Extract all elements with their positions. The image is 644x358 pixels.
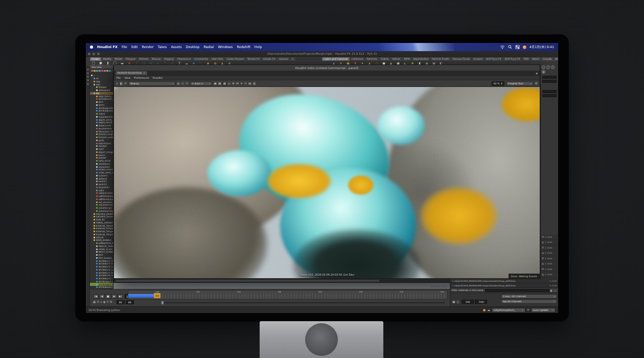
- renderview-window-title[interactable]: Houdini Indie Limited-Commercial - panel…: [114, 65, 540, 71]
- desktop-tool-icon[interactable]: [87, 76, 89, 78]
- shelf-tab[interactable]: FEM: [522, 57, 530, 61]
- shelf-tab[interactable]: Volume: [278, 57, 290, 61]
- shelf-tab[interactable]: Guide Process: [225, 57, 245, 61]
- help-icon[interactable]: ?: [551, 65, 555, 69]
- menubar-menu-item[interactable]: Takes: [158, 45, 167, 49]
- shelf-tab[interactable]: Particle Fluids: [430, 57, 450, 61]
- auto-update-dropdown[interactable]: Auto Update⇕: [531, 308, 556, 312]
- tree-toolbar-icon[interactable]: [104, 70, 106, 72]
- focus-picker-icon[interactable]: ◎: [228, 82, 231, 85]
- grid-icon[interactable]: ▦: [218, 82, 221, 85]
- shelf-tab[interactable]: Texture: [150, 57, 163, 61]
- timeline[interactable]: 100120140160180200220240 102: [128, 290, 448, 300]
- child-count-row[interactable]: 1 child: [541, 240, 558, 245]
- shelf-tab[interactable]: Deform: [137, 57, 150, 61]
- shelf-tab[interactable]: MPM: [402, 57, 411, 61]
- shelf-tab[interactable]: Grains: [379, 57, 390, 61]
- renderview-menu-item[interactable]: File: [117, 76, 121, 79]
- ab-compare-icon[interactable]: ◧: [120, 82, 123, 85]
- playback-range-bar[interactable]: [128, 294, 157, 298]
- menubar-menu-item[interactable]: Redshift: [237, 45, 250, 49]
- context-dropdown[interactable]: /obj/Atmospheric_⇕: [492, 308, 525, 312]
- menubar-menu-item[interactable]: Desktop: [186, 45, 200, 49]
- shelf-tab[interactable]: Simple FX: [262, 57, 277, 61]
- range-slider[interactable]: [162, 302, 445, 303]
- tree-toolbar-icon[interactable]: [101, 70, 103, 72]
- tree-pane-tab[interactable]: Tree View: [90, 65, 113, 69]
- shelf-tab[interactable]: +: [290, 57, 295, 61]
- shelf-tab[interactable]: Rigging: [163, 57, 175, 61]
- child-count-row[interactable]: 1 child: [541, 267, 558, 273]
- wifi-icon[interactable]: [500, 45, 505, 49]
- menubar-menu-item[interactable]: Edit: [131, 45, 138, 49]
- menubar-menu-item[interactable]: Help: [255, 45, 262, 49]
- renderview-menu-item[interactable]: View: [124, 76, 130, 79]
- refresh-icon[interactable]: ⟳: [527, 308, 530, 311]
- cloud-icon[interactable]: ☁: [487, 308, 490, 311]
- siri-icon[interactable]: [523, 46, 526, 49]
- shelf-tab[interactable]: Wires: [531, 57, 540, 61]
- menubar-app-name[interactable]: Houdini FX: [97, 45, 118, 49]
- shelf-tab[interactable]: DOP Pyro FX: [503, 57, 521, 61]
- shelf-tab[interactable]: Vellum: [390, 57, 402, 61]
- shelf-tab[interactable]: Crowds: [541, 57, 554, 61]
- snapshot-folder-icon[interactable]: ▱: [116, 82, 119, 85]
- parameter-field[interactable]: [542, 80, 557, 83]
- desktop-tool-icon[interactable]: [87, 72, 89, 74]
- pixel-probe-icon[interactable]: ⊕: [232, 82, 235, 85]
- desktop-tool-icon[interactable]: [87, 69, 89, 71]
- material-row[interactable]: + /obj/CACHED_MAINSHAPE/vequickshade2/sh…: [450, 283, 558, 288]
- tree-toolbar-icon[interactable]: [109, 70, 111, 72]
- transport-button[interactable]: ▶: [111, 294, 117, 299]
- menubar-menu-item[interactable]: File: [122, 45, 127, 49]
- lock-icon[interactable]: ▣: [214, 82, 217, 85]
- renderview-menu-item[interactable]: Houdini: [153, 76, 163, 79]
- playbar-option-icon[interactable]: ⊞: [110, 301, 112, 304]
- circle-icon[interactable]: ○: [554, 289, 557, 292]
- aov-dropdown[interactable]: Beauty▾: [128, 81, 175, 86]
- size-dropdown[interactable]: Original Size▾: [506, 81, 534, 86]
- material-filter-input[interactable]: [485, 289, 549, 292]
- transport-button[interactable]: ■: [105, 294, 111, 299]
- shelf-tab[interactable]: Create: [90, 57, 101, 61]
- background-swatch[interactable]: [223, 82, 226, 85]
- material-row[interactable]: + /obj/CACHED_MAINSHAPE/vequickshade1/sh…: [450, 279, 558, 283]
- pan-zoom-icon[interactable]: ⊙: [244, 82, 247, 85]
- range-start-field[interactable]: 88: [117, 300, 125, 304]
- transport-button[interactable]: ◀: [99, 294, 105, 299]
- shelf-tab[interactable]: Model: [113, 57, 124, 61]
- camera-icon[interactable]: ◉: [542, 70, 545, 74]
- search-icon[interactable]: [508, 45, 512, 49]
- playbar-option-icon[interactable]: ☰: [97, 301, 99, 304]
- shelf-tab[interactable]: Constraints: [193, 57, 210, 61]
- parameter-field[interactable]: [542, 76, 557, 79]
- child-count-row[interactable]: 1 child: [541, 251, 558, 256]
- crop-region-icon[interactable]: ⊡: [186, 82, 188, 85]
- desktop-tool-icon[interactable]: [87, 79, 89, 81]
- parameter-field[interactable]: [542, 94, 557, 97]
- magnify-icon[interactable]: ⌕: [542, 65, 545, 69]
- range-slider-handle[interactable]: [162, 301, 164, 304]
- info-icon[interactable]: i: [546, 65, 550, 69]
- global-range-field[interactable]: 240: [462, 300, 474, 304]
- shelf-tab[interactable]: Hair Utils: [210, 57, 224, 61]
- playhead[interactable]: 102: [154, 293, 160, 298]
- shelf-tab[interactable]: Rigid Bodies: [412, 57, 430, 61]
- shelf-tab[interactable]: Lights and Cameras: [322, 57, 350, 61]
- child-count-row[interactable]: 1 child: [541, 235, 558, 240]
- tree-node-row[interactable]: attribdelete1: [90, 286, 113, 289]
- tree-toolbar-icon[interactable]: [94, 70, 96, 72]
- playbar-option-icon[interactable]: ⌂: [100, 301, 102, 304]
- child-count-row[interactable]: 1 child: [541, 245, 558, 251]
- transport-button[interactable]: |◀: [93, 294, 99, 299]
- apple-logo-icon[interactable]: [90, 46, 93, 49]
- loop-icon[interactable]: ⟳: [106, 301, 109, 304]
- transport-button[interactable]: ▶|: [118, 294, 123, 299]
- layers-icon[interactable]: ▤: [248, 82, 251, 85]
- parameter-field[interactable]: [542, 90, 557, 93]
- shelf-tab[interactable]: Characters: [176, 57, 192, 61]
- close-tab-icon[interactable]: ✕: [143, 71, 145, 75]
- tree-toolbar-icon[interactable]: [91, 70, 93, 72]
- snapshot-icon[interactable]: ◍: [177, 82, 179, 85]
- child-count-row[interactable]: 1 child: [541, 272, 558, 278]
